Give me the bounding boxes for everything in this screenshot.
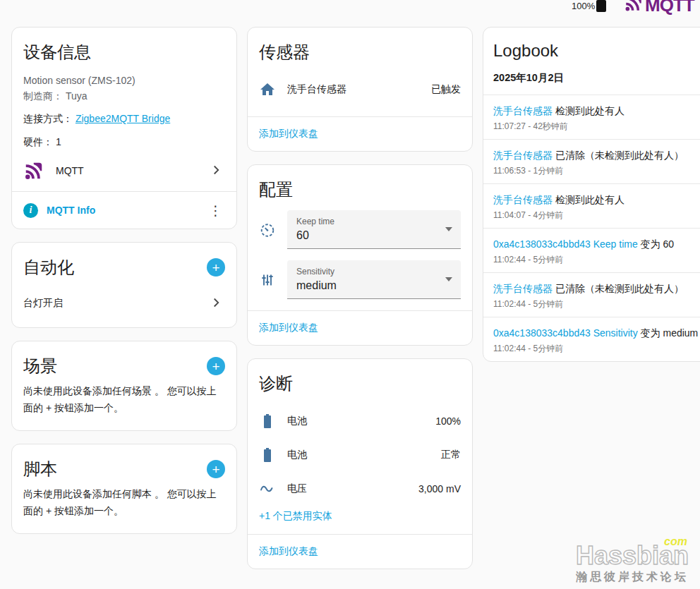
logbook-timestamp: 11:04:07 - 4分钟前 (493, 210, 700, 221)
diagnostics-card: 诊断 电池 100% 电池 正常 电压 3,0 (247, 358, 473, 569)
connection-bridge-link[interactable]: Zigbee2MQTT Bridge (76, 113, 170, 124)
add-to-dashboard-link[interactable]: 添加到仪表盘 (259, 545, 318, 557)
device-connection-line: 连接方式： Zigbee2MQTT Bridge (23, 110, 225, 127)
device-info-title: 设备信息 (23, 42, 91, 63)
top-strip: 100% MQTT (0, 0, 700, 18)
scripts-card: 脚本 + 尚未使用此设备添加任何脚本 。 您可以按上面的 + 按钮添加一个。 (11, 444, 237, 534)
logbook-timestamp: 11:06:53 - 1分钟前 (493, 165, 700, 176)
sensor-name: 洗手台传感器 (287, 83, 420, 96)
middle-column: 传感器 洗手台传感器 已触发 添加到仪表盘 配置 (247, 27, 473, 569)
sine-wave-icon (259, 480, 276, 497)
add-scene-button[interactable]: + (207, 357, 225, 375)
logbook-entry: 洗手台传感器 已清除（未检测到此处有人） 11:06:53 - 1分钟前 (483, 139, 700, 183)
logbook-timestamp: 11:07:27 - 42秒钟前 (493, 121, 700, 132)
scenes-card: 场景 + 尚未使用此设备添加任何场景 。 您可以按上面的 + 按钮添加一个。 (11, 341, 237, 431)
add-to-dashboard-link[interactable]: 添加到仪表盘 (259, 128, 318, 139)
mqtt-info-row: i MQTT Info ⋮ (12, 192, 236, 229)
home-icon (259, 81, 276, 98)
add-script-button[interactable]: + (207, 460, 225, 478)
scenes-empty-text: 尚未使用此设备添加任何场景 。 您可以按上面的 + 按钮添加一个。 (12, 382, 236, 430)
device-page-columns: 设备信息 Motion sensor (ZMS-102) 制造商： Tuya 连… (0, 0, 700, 569)
mqtt-logo: MQTT (624, 0, 694, 18)
diagnostics-title: 诊断 (259, 373, 293, 394)
mqtt-integration-row[interactable]: MQTT (12, 150, 236, 191)
battery-level-value: 100% (435, 415, 461, 427)
logbook-message: 已清除（未检测到此处有人） (555, 283, 684, 294)
mqtt-signal-icon (624, 0, 644, 18)
sensors-title: 传感器 (259, 42, 310, 63)
automation-row[interactable]: 台灯开启 (12, 288, 236, 319)
logbook-entity-link[interactable]: 洗手台传感器 (493, 194, 553, 205)
config-title: 配置 (259, 179, 293, 200)
battery-icon (259, 413, 276, 430)
voltage-row[interactable]: 电压 3,000 mV (248, 472, 472, 506)
voltage-name: 电压 (287, 482, 407, 495)
logbook-message: 变为 medium (641, 327, 699, 339)
keep-time-row: Keep time 60 (248, 210, 472, 249)
logbook-title: Logbook (493, 40, 700, 61)
device-hardware-line: 硬件： 1 (23, 133, 225, 150)
logbook-entity-link[interactable]: 洗手台传感器 (493, 283, 553, 294)
chevron-right-icon (208, 295, 225, 312)
logbook-message: 检测到此处有人 (555, 194, 624, 205)
logbook-message: 变为 60 (641, 238, 674, 250)
logbook-entity-link[interactable]: 洗手台传感器 (493, 105, 553, 116)
logbook-timestamp: 11:02:44 - 5分钟前 (493, 254, 700, 265)
config-card: 配置 Keep time 60 (247, 164, 473, 346)
scenes-title: 场景 (23, 356, 57, 377)
connection-label: 连接方式： (23, 113, 73, 124)
add-automation-button[interactable]: + (207, 258, 225, 277)
battery-level-row[interactable]: 电池 100% (248, 404, 472, 438)
logbook-timestamp: 11:02:44 - 5分钟前 (493, 298, 700, 310)
disabled-entities-link[interactable]: +1 个已禁用实体 (259, 510, 332, 521)
keep-time-label: Keep time (296, 217, 438, 226)
sensor-state: 已触发 (431, 83, 461, 96)
battery-level-name: 电池 (287, 415, 424, 427)
logbook-entity-link[interactable]: 0xa4c138033c4bbd43 Sensitivity (493, 327, 638, 339)
keep-time-select[interactable]: Keep time 60 (287, 210, 461, 249)
add-to-dashboard-link[interactable]: 添加到仪表盘 (259, 322, 318, 333)
logbook-entity-link[interactable]: 0xa4c138033c4bbd43 Keep time (493, 238, 638, 250)
sensitivity-label: Sensitivity (296, 267, 438, 277)
sensitivity-select[interactable]: Sensitivity medium (287, 260, 461, 299)
hardware-value: 1 (56, 136, 61, 147)
mqtt-logo-text: MQTT (645, 0, 694, 16)
logbook-message: 检测到此处有人 (555, 105, 624, 116)
logbook-entity-link[interactable]: 洗手台传感器 (493, 150, 553, 161)
battery-icon (259, 447, 276, 463)
right-column: Logbook 2025年10月2日 洗手台传感器 检测到此处有人 11:07:… (483, 27, 700, 362)
scripts-title: 脚本 (23, 459, 57, 480)
more-options-icon[interactable]: ⋮ (206, 204, 225, 217)
logbook-entry: 洗手台传感器 已清除（未检测到此处有人） 11:02:44 - 5分钟前 (483, 272, 700, 317)
battery-icon (596, 0, 606, 12)
sensitivity-value: medium (296, 279, 438, 293)
automation-name: 台灯开启 (23, 297, 197, 310)
mqtt-info-button[interactable]: MQTT Info (47, 205, 95, 216)
device-manufacturer-line: 制造商： Tuya (23, 88, 225, 104)
device-model: Motion sensor (ZMS-102) (23, 73, 225, 88)
logbook-entry: 0xa4c138033c4bbd43 Sensitivity 变为 medium… (483, 317, 700, 361)
keep-time-value: 60 (296, 229, 438, 243)
device-info-card: 设备信息 Motion sensor (ZMS-102) 制造商： Tuya 连… (11, 27, 237, 229)
sensitivity-row: Sensitivity medium (248, 260, 472, 299)
chevron-right-icon (208, 162, 225, 179)
logbook-card: Logbook 2025年10月2日 洗手台传感器 检测到此处有人 11:07:… (483, 27, 700, 362)
watermark-subtitle: 瀚思彼岸技术论坛 (576, 570, 689, 585)
hardware-label: 硬件： (23, 136, 53, 147)
logbook-timestamp: 11:02:44 - 5分钟前 (493, 343, 700, 354)
tune-icon (259, 272, 276, 289)
mqtt-row-label: MQTT (56, 165, 197, 176)
left-column: 设备信息 Motion sensor (ZMS-102) 制造商： Tuya 连… (11, 27, 237, 534)
automations-card: 自动化 + 台灯开启 (11, 242, 237, 328)
battery-state-name: 电池 (287, 449, 430, 461)
scripts-empty-text: 尚未使用此设备添加任何脚本 。 您可以按上面的 + 按钮添加一个。 (12, 485, 236, 533)
timer-icon (259, 221, 276, 238)
logbook-entry: 0xa4c138033c4bbd43 Keep time 变为 60 11:02… (483, 228, 700, 272)
sensor-row[interactable]: 洗手台传感器 已触发 (248, 73, 472, 107)
logbook-entry: 洗手台传感器 检测到此处有人 11:04:07 - 4分钟前 (483, 183, 700, 228)
logbook-date-header: 2025年10月2日 (483, 68, 700, 95)
battery-state-row[interactable]: 电池 正常 (248, 438, 472, 472)
dropdown-caret-icon (445, 227, 452, 231)
automations-title: 自动化 (23, 257, 74, 278)
logbook-entry: 洗手台传感器 检测到此处有人 11:07:27 - 42秒钟前 (483, 95, 700, 139)
